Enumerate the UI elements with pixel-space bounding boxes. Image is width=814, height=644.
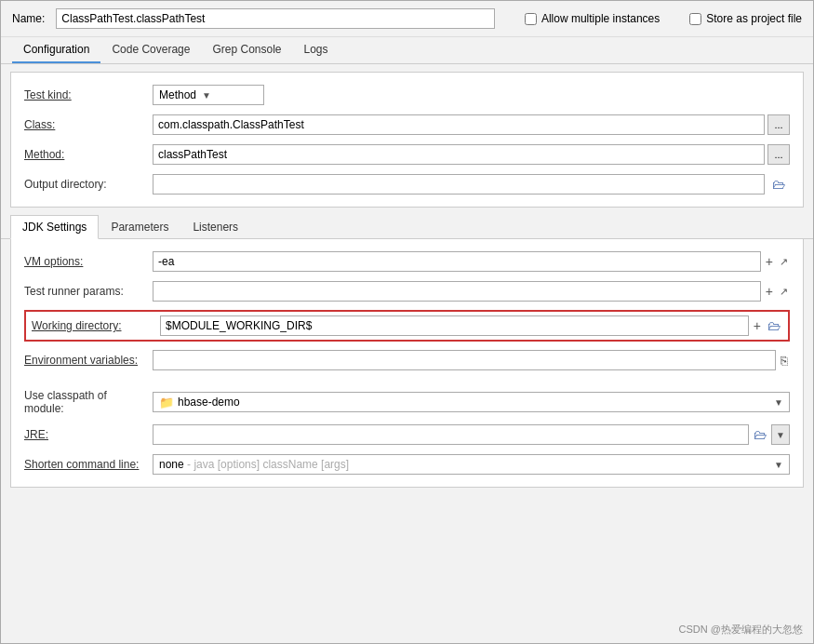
vm-options-input-area: + ↗ xyxy=(153,251,790,272)
test-kind-label: Test kind: xyxy=(24,88,145,101)
output-dir-browse-button[interactable]: 🗁 xyxy=(767,174,790,195)
vm-options-input[interactable] xyxy=(153,251,761,272)
tab-configuration[interactable]: Configuration xyxy=(12,37,100,63)
shorten-cmd-label: Shorten command line: xyxy=(24,458,145,471)
env-vars-label: Environment variables: xyxy=(24,354,145,367)
method-browse-button[interactable]: ... xyxy=(767,144,790,165)
class-input-area: ... xyxy=(153,114,790,135)
sub-tab-bar: JDK Settings Parameters Listeners xyxy=(1,208,813,239)
output-dir-input[interactable] xyxy=(153,174,765,195)
output-dir-label: Output directory: xyxy=(24,178,145,191)
name-input[interactable] xyxy=(56,8,495,29)
jre-dropdown-button[interactable]: ▼ xyxy=(771,424,790,445)
test-kind-row: Test kind: Method ▼ xyxy=(24,80,790,110)
test-kind-select[interactable]: Method ▼ xyxy=(153,85,264,105)
env-vars-copy-button[interactable]: ⎘ xyxy=(779,354,790,368)
jre-row: JRE: 🗁 ▼ xyxy=(24,420,790,449)
allow-multiple-group: Allow multiple instances xyxy=(525,12,660,25)
sub-tab-listeners[interactable]: Listeners xyxy=(180,215,250,238)
store-project-label: Store as project file xyxy=(706,12,802,25)
test-runner-expand-button[interactable]: ↗ xyxy=(778,286,790,298)
jre-label: JRE: xyxy=(24,428,145,441)
class-label: Class: xyxy=(24,118,145,131)
spacer xyxy=(24,375,790,384)
output-dir-input-area: 🗁 xyxy=(153,174,790,195)
tab-grep-console[interactable]: Grep Console xyxy=(201,37,292,63)
method-input-area: ... xyxy=(153,144,790,165)
method-input[interactable] xyxy=(153,144,765,165)
store-project-checkbox[interactable] xyxy=(689,13,701,25)
watermark: CSDN @热爱编程的大忽悠 xyxy=(679,623,803,637)
title-bar: Name: Allow multiple instances Store as … xyxy=(1,1,813,37)
classpath-dropdown-arrow: ▼ xyxy=(774,397,783,408)
shorten-cmd-select[interactable]: none - java [options] className [args] ▼ xyxy=(153,454,790,475)
classpath-row: Use classpath of module: 📁 hbase-demo ▼ xyxy=(24,384,790,420)
classpath-module-value: hbase-demo xyxy=(178,396,240,409)
main-tab-bar: Configuration Code Coverage Grep Console… xyxy=(1,37,813,64)
working-dir-input[interactable] xyxy=(160,315,749,336)
working-dir-label: Working directory: xyxy=(32,319,153,332)
test-kind-dropdown-arrow: ▼ xyxy=(202,90,211,101)
working-dir-plus-button[interactable]: + xyxy=(752,318,763,333)
sub-tab-parameters[interactable]: Parameters xyxy=(99,215,180,238)
sub-tab-jdk-settings[interactable]: JDK Settings xyxy=(10,215,99,239)
vm-options-label: VM options: xyxy=(24,255,145,268)
vm-options-row: VM options: + ↗ xyxy=(24,247,790,276)
vm-options-expand-button[interactable]: ↗ xyxy=(778,256,790,268)
run-configuration-dialog: Name: Allow multiple instances Store as … xyxy=(0,0,814,644)
working-dir-row: Working directory: + 🗁 xyxy=(24,310,790,342)
method-label: Method: xyxy=(24,148,145,161)
classpath-module-select[interactable]: 📁 hbase-demo ▼ xyxy=(153,392,790,412)
shorten-cmd-hint: - java [options] className [args] xyxy=(187,458,349,471)
class-row: Class: ... xyxy=(24,110,790,140)
output-dir-row: Output directory: 🗁 xyxy=(24,169,790,199)
top-config-section: Test kind: Method ▼ Class: ... xyxy=(10,72,804,208)
test-runner-input[interactable] xyxy=(153,281,761,302)
jre-input[interactable] xyxy=(153,424,749,445)
env-vars-row: Environment variables: ⎘ xyxy=(24,345,790,375)
test-runner-input-area: + ↗ xyxy=(153,281,790,302)
jre-folder-button[interactable]: 🗁 xyxy=(752,427,768,442)
folder-icon: 🗁 xyxy=(772,177,785,192)
module-folder-icon: 📁 xyxy=(159,396,174,409)
name-label: Name: xyxy=(12,12,45,25)
shorten-cmd-dropdown-arrow: ▼ xyxy=(774,460,783,470)
test-runner-plus-button[interactable]: + xyxy=(764,284,775,299)
tab-code-coverage[interactable]: Code Coverage xyxy=(100,37,201,63)
env-vars-input-area: ⎘ xyxy=(153,350,790,370)
class-browse-button[interactable]: ... xyxy=(767,114,790,135)
allow-multiple-label: Allow multiple instances xyxy=(541,12,660,25)
test-runner-label: Test runner params: xyxy=(24,285,145,298)
content-area: Test kind: Method ▼ Class: ... xyxy=(1,64,813,643)
env-vars-input[interactable] xyxy=(153,350,776,370)
working-dir-input-area: + 🗁 xyxy=(160,315,782,336)
jre-input-area: 🗁 ▼ xyxy=(153,424,790,445)
shorten-cmd-row: Shorten command line: none - java [optio… xyxy=(24,449,790,479)
working-dir-folder-button[interactable]: 🗁 xyxy=(766,318,782,333)
allow-multiple-checkbox[interactable] xyxy=(525,13,537,25)
classpath-label: Use classpath of module: xyxy=(24,389,145,415)
class-input[interactable] xyxy=(153,114,765,135)
jdk-settings-section: VM options: + ↗ Test runner params: + ↗ xyxy=(10,239,804,488)
vm-options-plus-button[interactable]: + xyxy=(764,254,775,269)
tab-logs[interactable]: Logs xyxy=(293,37,340,63)
store-project-group: Store as project file xyxy=(689,12,802,25)
method-row: Method: ... xyxy=(24,140,790,169)
shorten-cmd-value: none xyxy=(159,458,184,471)
test-runner-row: Test runner params: + ↗ xyxy=(24,276,790,306)
